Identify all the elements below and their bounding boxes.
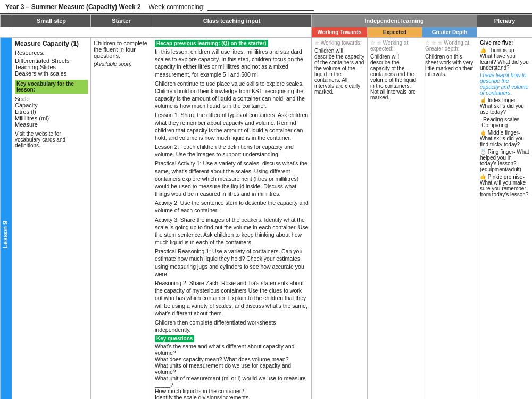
question-4: What unit of measurement (ml or l) would…: [155, 375, 309, 388]
greater-depth-star: ☆ ☆ ☆ Working at Greater depth:: [425, 40, 474, 52]
plenary-header: Plenary: [477, 15, 532, 27]
small-step-cell: Measure Capacity (1) Resources: Differen…: [12, 38, 91, 400]
vocab-millilitres: Millilitres (ml): [15, 115, 88, 121]
question-1: What's the same and what's different abo…: [155, 343, 309, 356]
expected-star: ☆ ☆ Working at expected:: [370, 40, 419, 52]
resource-1: Differentiated Sheets: [15, 57, 88, 64]
plenary-learnt: I have learnt how to describe the capaci…: [480, 72, 529, 96]
week-label: Week commencing:: [149, 3, 205, 11]
plenary-thumb: 👍 Thumbs up- What have you learnt? What …: [480, 47, 529, 71]
lesson-col-header: [1, 15, 12, 27]
working-towards-text: Children will describe the capacity of t…: [314, 48, 364, 95]
vocab-capacity: Capacity: [15, 102, 88, 109]
vocab-litres: Litres (l): [15, 109, 88, 115]
small-step-title: Measure Capacity (1): [15, 40, 88, 47]
greater-depth-text: Children on this sheet work with very li…: [425, 54, 474, 77]
plenary-reading: - Reading scales: [480, 117, 529, 122]
visit-text: Visit the website for vocabulary cards a…: [15, 131, 88, 148]
plenary-ring: 💍 Ring finger- What helped you in today'…: [480, 149, 529, 172]
teaching-practical1: Practical Reasoning 1: Use a variety of …: [155, 247, 309, 278]
resource-2: Teaching Slides: [15, 64, 88, 70]
teaching-para2: Children continue to use place value ski…: [155, 80, 309, 110]
greater-depth-header: Greater Depth: [422, 27, 477, 38]
plenary-sub-header: [477, 27, 532, 38]
plenary-cell: Give me five: 👍 Thumbs up- What have you…: [477, 38, 532, 400]
lesson-badge-cell: Lesson 9: [1, 38, 12, 400]
working-towards-star: ☆ Working towards:: [314, 40, 364, 46]
working-towards-cell: ☆ Working towards: Children will describ…: [312, 38, 368, 400]
expected-text: Children will describe the capacity of t…: [370, 54, 419, 101]
question-3: What units of measurement do we use for …: [155, 362, 309, 375]
week-line: [207, 3, 314, 11]
resource-3: Beakers with scales: [15, 70, 88, 77]
small-step-sub-header: [12, 27, 91, 38]
vocab-scale: Scale: [15, 96, 88, 102]
starter-text: Children to complete the fluent in four …: [94, 40, 149, 59]
starter-available: (Available soon): [94, 61, 149, 67]
working-towards-header: Working Towards: [312, 27, 368, 38]
teaching-complete: Children then complete differentiated wo…: [155, 319, 309, 334]
starter-header: Starter: [91, 15, 152, 27]
key-vocab-label: Key vocabulary for the lesson:: [15, 80, 88, 94]
teaching-reasoning2: Reasoning 2: Share Zach, Rosie and Tia's…: [155, 279, 309, 317]
lesson-badge: Lesson 9: [1, 86, 10, 384]
expected-header: Expected: [368, 27, 422, 38]
teaching-activity3: Activity 3: Share the images of the beak…: [155, 216, 309, 246]
lesson-sub-header: [1, 27, 12, 38]
key-questions-label: Key questions: [155, 335, 194, 342]
starter-sub-header: [91, 27, 152, 38]
plenary-pinkie: 🤙 Pinkie promise- What will you make sur…: [480, 174, 529, 197]
teaching-sub-header: [152, 27, 312, 38]
teaching-cell: Recap previous learning: (Q) on the star…: [152, 38, 312, 400]
recap-label: Recap previous learning: (Q) on the star…: [155, 40, 268, 47]
starter-cell: Children to complete the fluent in four …: [91, 38, 152, 400]
main-content-row: Lesson 9 Measure Capacity (1) Resources:…: [1, 38, 533, 400]
header-title: Year 3 – Summer Measure (Capacity) Week …: [5, 3, 141, 11]
teaching-header: Class teaching input: [152, 15, 312, 27]
greater-depth-cell: ☆ ☆ ☆ Working at Greater depth: Children…: [422, 38, 477, 400]
teaching-lesson1: Lesson 1: Share the different types of c…: [155, 111, 309, 142]
independent-sub-headers-row: Working Towards Expected Greater Depth: [1, 27, 533, 38]
independent-header: Independent learning: [312, 15, 477, 27]
plenary-middle: 🖕 Middle finger- What skills did you fin…: [480, 130, 529, 147]
teaching-activity2: Activity 2: Use the sentence stem to des…: [155, 199, 309, 214]
question-2: What does capacity mean? What does volum…: [155, 356, 309, 362]
page-header: Year 3 – Summer Measure (Capacity) Week …: [0, 0, 532, 14]
expected-cell: ☆ ☆ Working at expected: Children will d…: [368, 38, 422, 400]
small-step-header: Small step: [12, 15, 91, 27]
teaching-activity1: Practical Activity 1: Use a variety of s…: [155, 160, 309, 197]
vocab-measure: Measure: [15, 121, 88, 128]
plenary-comparing: -Comparing: [480, 122, 529, 128]
teaching-lesson2: Lesson 2: Teach children the definitions…: [155, 143, 309, 158]
plenary-title: Give me five:: [480, 40, 529, 46]
plenary-index: ☝ Index finger- What skills did you use …: [480, 97, 529, 115]
resources-label: Resources:: [15, 49, 88, 56]
teaching-para1: In this lesson, children will use litres…: [155, 48, 309, 78]
question-5: How much liquid is in the container?: [155, 388, 309, 394]
column-headers-row: Small step Starter Class teaching input …: [1, 15, 533, 27]
question-6: Identify the scale divisions/increments.: [155, 394, 309, 399]
